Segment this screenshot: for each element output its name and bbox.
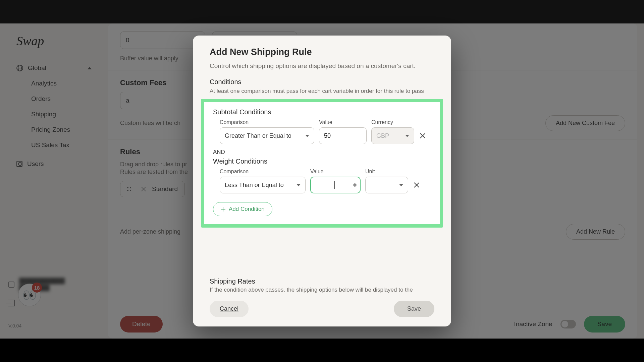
unit-label: Unit xyxy=(365,169,408,175)
remove-subtotal-condition[interactable] xyxy=(419,127,426,144)
chevron-down-icon xyxy=(305,135,309,137)
conditions-heading: Conditions xyxy=(210,78,434,86)
subtotal-conditions-heading: Subtotal Conditions xyxy=(213,108,431,116)
remove-weight-condition[interactable] xyxy=(413,177,420,193)
subtotal-comparison-select[interactable]: Greater Than or Equal to xyxy=(220,127,314,144)
modal-overlay[interactable]: Add New Shipping Rule Control which ship… xyxy=(0,0,644,362)
shipping-rates-heading: Shipping Rates xyxy=(210,278,434,285)
text-cursor xyxy=(334,181,335,189)
add-condition-button[interactable]: Add Condition xyxy=(213,202,272,216)
modal-cancel-button[interactable]: Cancel xyxy=(210,301,249,317)
chevron-down-icon xyxy=(399,184,403,186)
currency-label: Currency xyxy=(371,119,414,125)
modal-save-button[interactable]: Save xyxy=(394,301,434,317)
subtotal-currency-select[interactable]: GBP xyxy=(371,127,414,144)
weight-value-input[interactable] xyxy=(310,177,361,193)
comparison-label: Comparison xyxy=(220,169,306,175)
subtotal-value-input[interactable]: 50 xyxy=(319,127,367,144)
value-label: Value xyxy=(310,169,361,175)
weight-unit-select[interactable] xyxy=(365,177,408,193)
modal-title: Add New Shipping Rule xyxy=(210,47,434,57)
spinner-down-icon[interactable] xyxy=(353,185,357,187)
comparison-label: Comparison xyxy=(220,119,314,125)
conditions-help: At least one comparison must pass for ea… xyxy=(210,87,434,95)
value-label: Value xyxy=(319,119,367,125)
add-shipping-rule-modal: Add New Shipping Rule Control which ship… xyxy=(193,36,451,326)
close-icon xyxy=(414,182,420,188)
chevron-down-icon xyxy=(405,135,409,137)
conditions-highlight: Subtotal Conditions Comparison Greater T… xyxy=(201,99,443,228)
close-icon xyxy=(420,133,426,139)
plus-icon xyxy=(221,207,225,212)
spinner-up-icon[interactable] xyxy=(353,183,357,185)
number-spinner[interactable] xyxy=(353,183,357,187)
modal-subtitle: Control which shipping options are displ… xyxy=(210,61,434,71)
chevron-down-icon xyxy=(297,184,301,186)
shipping-rates-help: If the condition above passes, the shipp… xyxy=(210,287,434,293)
weight-comparison-select[interactable]: Less Than or Equal to xyxy=(220,177,306,193)
and-separator: AND xyxy=(213,149,431,156)
weight-conditions-heading: Weight Conditions xyxy=(213,158,431,165)
